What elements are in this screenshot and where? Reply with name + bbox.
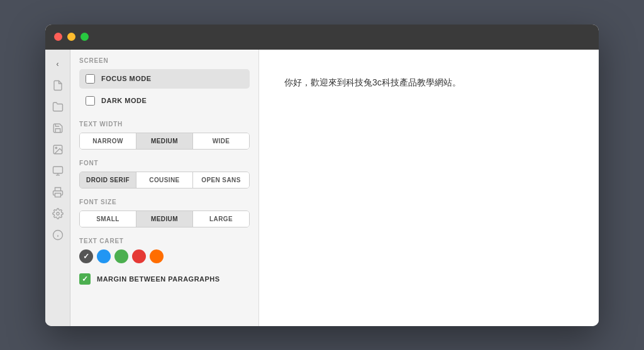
save-icon[interactable] (50, 120, 66, 136)
text-width-wide[interactable]: WIDE (193, 133, 249, 149)
focus-mode-label: FOCUS MODE (101, 75, 152, 82)
text-width-medium[interactable]: MEDIUM (136, 133, 193, 149)
screen-section: SCREEN FOCUS MODE DARK MODE (79, 57, 250, 111)
main-text: 你好，歡迎來到科技兔3c科技產品教學網站。 (284, 75, 574, 90)
maximize-button[interactable] (80, 33, 89, 41)
settings-panel: SCREEN FOCUS MODE DARK MODE TEXT WIDTH N… (70, 50, 259, 326)
font-cousine[interactable]: COUSINE (136, 172, 193, 188)
focus-mode-row[interactable]: FOCUS MODE (79, 69, 250, 89)
font-size-small[interactable]: SMALL (80, 211, 136, 227)
font-section: FONT DROID SERIF COUSINE OPEN SANS (79, 160, 250, 189)
margin-checkbox[interactable]: ✓ (79, 273, 91, 285)
caret-color-orange[interactable] (150, 249, 164, 263)
svg-point-6 (56, 212, 59, 215)
focus-mode-checkbox[interactable] (86, 74, 95, 84)
sidebar-icons: ‹ (45, 50, 70, 326)
info-icon[interactable] (50, 227, 66, 243)
monitor-icon[interactable] (50, 163, 66, 179)
back-button[interactable]: ‹ (50, 56, 66, 72)
content-area: ‹ (45, 50, 599, 326)
font-size-large[interactable]: LARGE (193, 211, 249, 227)
settings-icon[interactable] (50, 205, 66, 222)
font-group: DROID SERIF COUSINE OPEN SANS (79, 172, 250, 189)
font-size-medium[interactable]: MEDIUM (136, 211, 193, 227)
svg-rect-2 (53, 167, 62, 173)
font-open-sans[interactable]: OPEN SANS (193, 172, 249, 188)
margin-label: MARGIN BETWEEN PARAGRAPHS (97, 275, 220, 283)
text-width-section-label: TEXT WIDTH (79, 121, 250, 128)
text-width-group: NARROW MEDIUM WIDE (79, 133, 250, 150)
main-content: 你好，歡迎來到科技兔3c科技產品教學網站。 (259, 50, 599, 326)
text-width-section: TEXT WIDTH NARROW MEDIUM WIDE (79, 121, 250, 150)
font-size-group: SMALL MEDIUM LARGE (79, 211, 250, 227)
text-caret-section: TEXT CARET ✓ (79, 238, 250, 263)
titlebar (45, 25, 599, 50)
svg-rect-5 (55, 193, 60, 197)
print-icon[interactable] (50, 184, 66, 200)
app-window: ‹ (45, 25, 599, 326)
caret-colors: ✓ (79, 249, 250, 263)
check-icon: ✓ (83, 252, 89, 261)
screen-section-label: SCREEN (79, 57, 250, 64)
font-droid-serif[interactable]: DROID SERIF (80, 172, 136, 188)
dark-mode-label: DARK MODE (101, 97, 147, 104)
dark-mode-row[interactable]: DARK MODE (79, 91, 250, 111)
caret-color-red[interactable] (132, 249, 146, 263)
close-button[interactable] (54, 33, 62, 41)
text-caret-section-label: TEXT CARET (79, 238, 250, 244)
document-icon[interactable] (50, 77, 66, 94)
font-size-section: FONT SIZE SMALL MEDIUM LARGE (79, 199, 250, 227)
svg-point-1 (55, 147, 57, 148)
minimize-button[interactable] (67, 33, 75, 41)
font-section-label: FONT (79, 160, 250, 167)
folder-icon[interactable] (50, 99, 66, 115)
image-icon[interactable] (50, 141, 66, 158)
margin-row[interactable]: ✓ MARGIN BETWEEN PARAGRAPHS (79, 273, 250, 285)
check-icon: ✓ (82, 275, 88, 283)
text-width-narrow[interactable]: NARROW (80, 133, 136, 149)
dark-mode-checkbox[interactable] (86, 96, 95, 106)
font-size-section-label: FONT SIZE (79, 199, 250, 205)
caret-color-dark[interactable]: ✓ (79, 249, 93, 263)
caret-color-blue[interactable] (97, 249, 111, 263)
caret-color-green[interactable] (114, 249, 128, 263)
